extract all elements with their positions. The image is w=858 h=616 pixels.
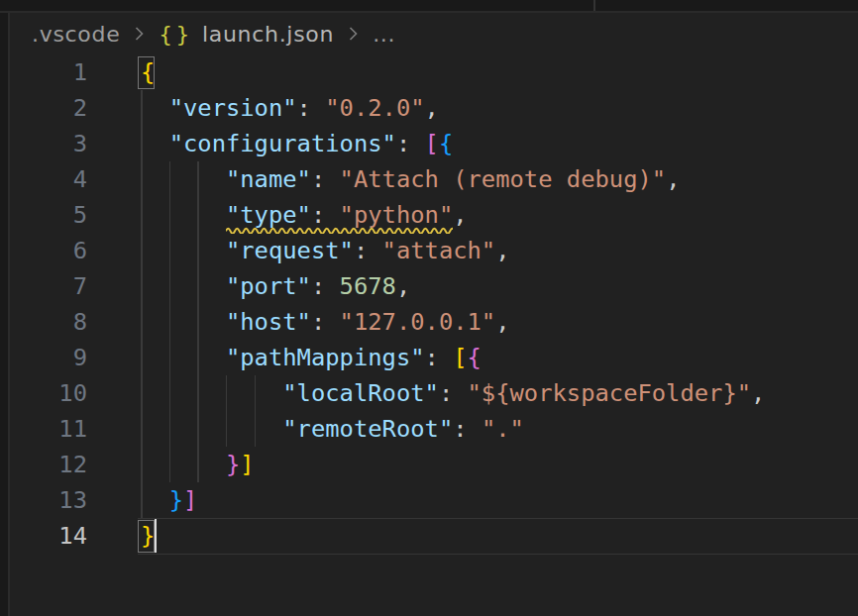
code-token: "version"	[169, 94, 297, 122]
breadcrumb-symbol-placeholder[interactable]: ...	[373, 22, 395, 47]
tab-bar	[0, 0, 858, 13]
code-token	[141, 130, 169, 157]
code-token: "name"	[226, 165, 311, 193]
code-token: [	[453, 344, 467, 371]
code-token: }	[226, 451, 240, 478]
line-number: 3	[0, 126, 87, 161]
code-token: "."	[482, 415, 524, 443]
code-token: :	[311, 272, 340, 300]
breadcrumb-folder[interactable]: .vscode	[32, 22, 120, 47]
code-token: {	[141, 58, 155, 86]
code-token: {	[439, 130, 453, 157]
code-token	[141, 94, 169, 122]
chevron-right-icon	[133, 23, 146, 45]
code-token	[141, 272, 226, 300]
code-line[interactable]: {	[141, 54, 155, 90]
line-number: 4	[0, 161, 87, 197]
code-token: "Attach (remote debug)"	[340, 165, 667, 193]
code-line[interactable]: "localRoot": "${workspaceFolder}",	[141, 375, 765, 411]
code-token: "127.0.0.1"	[340, 308, 496, 336]
line-number: 11	[0, 411, 87, 447]
chevron-right-icon	[347, 23, 360, 45]
code-line[interactable]: }]	[141, 447, 255, 482]
line-number: 13	[0, 482, 87, 518]
code-token: :	[354, 237, 382, 264]
breadcrumbs: .vscode {} launch.json ...	[10, 13, 395, 54]
code-token: "request"	[226, 237, 354, 264]
line-number: 6	[0, 233, 87, 268]
line-number: 14	[0, 518, 87, 554]
code-token: ]	[240, 451, 254, 478]
code-line[interactable]: "port": 5678,	[141, 268, 410, 304]
code-token: :	[439, 379, 468, 407]
line-number: 2	[0, 90, 87, 126]
code-line[interactable]: "request": "attach",	[141, 233, 510, 268]
code-token	[141, 344, 226, 371]
line-number: 12	[0, 447, 87, 482]
code-token: "attach"	[382, 237, 496, 264]
code-line[interactable]: "type": "python",	[141, 197, 468, 233]
code-token: }	[141, 522, 155, 550]
code-token	[141, 451, 226, 478]
line-number: 10	[0, 375, 87, 411]
code-line[interactable]: "pathMappings": [{	[141, 340, 482, 375]
line-number: 7	[0, 268, 87, 304]
code-token: :	[396, 130, 425, 157]
code-token: ,	[666, 165, 680, 193]
code-token: ,	[751, 379, 765, 407]
code-token: "host"	[226, 308, 311, 336]
code-token	[141, 308, 226, 336]
code-token: }	[169, 486, 183, 514]
code-token: :	[453, 415, 482, 443]
code-line[interactable]: }]	[141, 482, 197, 518]
text-cursor	[155, 519, 157, 553]
code-token: :	[425, 344, 454, 371]
code-token: ,	[495, 237, 509, 264]
code-token: ,	[453, 201, 467, 229]
line-number: 1	[0, 54, 87, 90]
code-line[interactable]: "remoteRoot": "."	[141, 411, 524, 447]
code-token: :	[311, 308, 340, 336]
code-token: ,	[425, 94, 439, 122]
code-token	[141, 486, 169, 514]
code-token: ]	[183, 486, 197, 514]
code-token: :	[297, 94, 326, 122]
code-token	[141, 379, 282, 407]
code-line[interactable]: "configurations": [{	[141, 126, 453, 161]
tab-separator	[593, 0, 595, 11]
code-token	[141, 237, 226, 264]
editor[interactable]: 1{2 "version": "0.2.0",3 "configurations…	[0, 54, 858, 616]
code-token: {	[468, 344, 482, 371]
code-token: "0.2.0"	[325, 94, 424, 122]
code-line[interactable]: "host": "127.0.0.1",	[141, 304, 510, 340]
code-token: "configurations"	[169, 130, 396, 157]
code-line[interactable]: "version": "0.2.0",	[141, 90, 439, 126]
json-file-icon: {}	[159, 22, 193, 47]
code-token: 5678	[340, 272, 396, 300]
code-token: ,	[396, 272, 410, 300]
code-token: ,	[495, 308, 509, 336]
code-line[interactable]: }	[141, 518, 155, 554]
line-number: 9	[0, 340, 87, 375]
warning-underline-span: "type": "python"	[226, 201, 453, 229]
code-token: "pathMappings"	[226, 344, 425, 371]
code-token	[141, 201, 226, 229]
line-number: 5	[0, 197, 87, 233]
code-token: "remoteRoot"	[282, 415, 453, 443]
breadcrumb-file[interactable]: launch.json	[202, 22, 334, 47]
code-token	[141, 165, 226, 193]
code-token: [	[425, 130, 439, 157]
code-token: :	[311, 165, 340, 193]
code-token	[141, 415, 282, 443]
code-token: "${workspaceFolder}"	[468, 379, 752, 407]
line-number: 8	[0, 304, 87, 340]
code-token: "port"	[226, 272, 311, 300]
code-line[interactable]: "name": "Attach (remote debug)",	[141, 161, 680, 197]
code-token: "localRoot"	[282, 379, 439, 407]
